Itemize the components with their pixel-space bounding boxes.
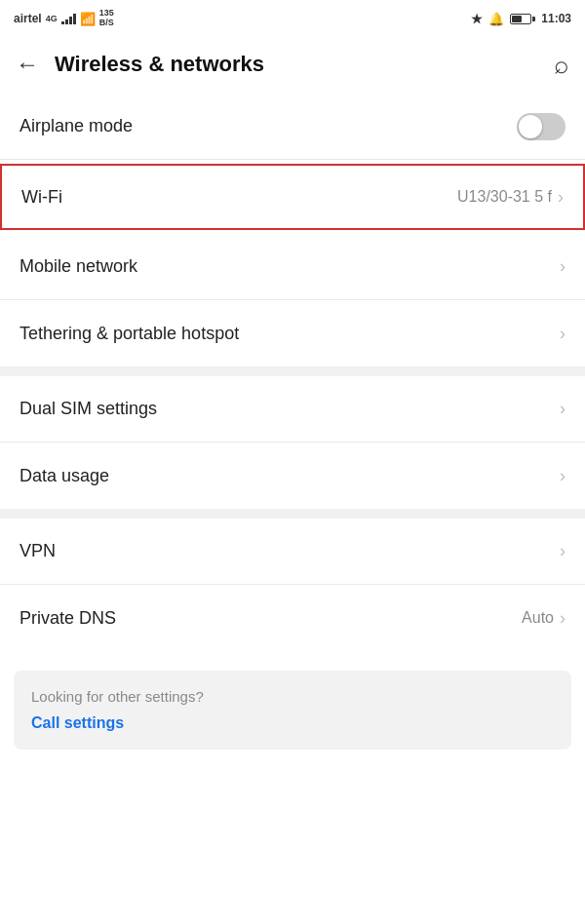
settings-group-1: Airplane mode Wi-Fi U13/30-31 5 f › Mobi… (0, 94, 585, 366)
vpn-chevron-icon: › (560, 541, 566, 561)
search-button[interactable]: ⌕ (554, 50, 569, 80)
alarm-icon: 🔔 (488, 12, 504, 26)
section-divider-1 (0, 366, 585, 376)
status-right: ★ 🔔 11:03 (471, 12, 571, 26)
dual-sim-chevron-icon: › (560, 399, 566, 419)
settings-group-2: Dual SIM settings › Data usage › (0, 376, 585, 509)
status-left: airtel 4G 📶 135 B/S (14, 9, 114, 28)
tethering-label: Tethering & portable hotspot (20, 324, 239, 344)
settings-group-3: VPN › Private DNS Auto › (0, 519, 585, 651)
bottom-card: Looking for other settings? Call setting… (14, 671, 571, 750)
page-title: Wireless & networks (55, 52, 554, 77)
wifi-right: U13/30-31 5 f › (457, 187, 564, 208)
setting-item-mobile-network[interactable]: Mobile network › (0, 234, 585, 300)
speed-unit: B/S (99, 19, 114, 28)
setting-item-dual-sim[interactable]: Dual SIM settings › (0, 376, 585, 443)
data-usage-label: Data usage (20, 466, 109, 486)
tethering-chevron-icon: › (560, 324, 566, 344)
call-settings-link[interactable]: Call settings (31, 714, 554, 732)
speed-info: 135 B/S (99, 9, 114, 28)
battery-icon (510, 14, 535, 24)
data-usage-chevron-icon: › (560, 466, 566, 486)
airplane-mode-toggle[interactable] (517, 113, 566, 140)
toolbar: ← Wireless & networks ⌕ (0, 35, 585, 94)
status-bar: airtel 4G 📶 135 B/S ★ 🔔 11:03 (0, 0, 585, 35)
bottom-card-text: Looking for other settings? (31, 688, 554, 705)
setting-item-private-dns[interactable]: Private DNS Auto › (0, 585, 585, 651)
wifi-chevron-icon: › (558, 187, 564, 208)
network-type: 4G (46, 14, 58, 23)
signal-bars-icon (61, 13, 76, 24)
setting-item-data-usage[interactable]: Data usage › (0, 443, 585, 509)
dual-sim-label: Dual SIM settings (20, 399, 157, 419)
setting-item-vpn[interactable]: VPN › (0, 519, 585, 585)
setting-item-tethering[interactable]: Tethering & portable hotspot › (0, 300, 585, 366)
private-dns-value: Auto (522, 609, 554, 627)
mobile-network-chevron-icon: › (560, 256, 566, 277)
wifi-value: U13/30-31 5 f (457, 188, 552, 206)
airplane-mode-label: Airplane mode (20, 116, 133, 136)
section-divider-2 (0, 509, 585, 519)
private-dns-chevron-icon: › (560, 608, 566, 629)
vpn-label: VPN (20, 541, 56, 561)
wifi-label: Wi-Fi (21, 187, 62, 208)
wifi-status-icon: 📶 (80, 12, 96, 26)
bluetooth-icon: ★ (471, 12, 483, 26)
mobile-network-label: Mobile network (20, 256, 137, 277)
private-dns-right: Auto › (522, 608, 566, 629)
back-button[interactable]: ← (16, 53, 39, 76)
setting-item-airplane-mode[interactable]: Airplane mode (0, 94, 585, 160)
private-dns-label: Private DNS (20, 608, 116, 629)
carrier-label: airtel (14, 12, 42, 25)
time-label: 11:03 (541, 12, 571, 25)
toggle-thumb (519, 115, 542, 138)
setting-item-wifi[interactable]: Wi-Fi U13/30-31 5 f › (0, 164, 585, 230)
